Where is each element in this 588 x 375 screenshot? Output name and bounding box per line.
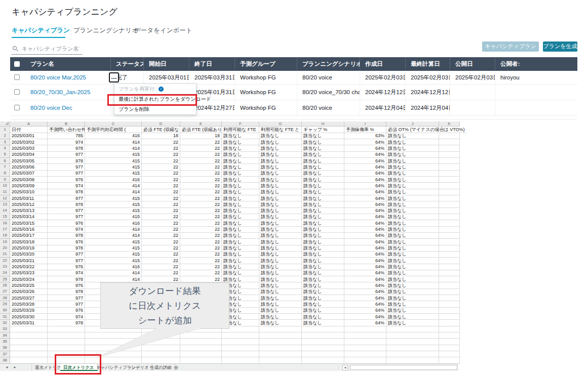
cell-r25cB[interactable]: 978 [48,276,85,283]
cell-r30cK[interactable] [439,307,460,314]
cell-r24cI[interactable]: 64% [344,270,386,276]
cell-r8cK[interactable] [439,170,460,177]
cell-r2cD[interactable]: 18 [142,133,180,139]
cell-r13cE[interactable]: 22 [180,201,222,208]
cell-r13cA[interactable]: 2025/03/12 [10,201,48,208]
cell-r37cJ[interactable] [386,351,439,358]
cell-r4cB[interactable]: 978 [48,145,85,152]
cell-r20cC[interactable]: 415 [85,245,142,252]
row-checkbox[interactable] [14,105,20,110]
cell-r3cA[interactable]: 2025/03/02 [10,139,48,146]
cell-r12cG[interactable]: 該当なし [259,195,302,202]
cell-r26cI[interactable]: 64% [344,282,386,289]
cell-r37cH[interactable] [302,351,344,358]
cell-r9cI[interactable]: 64% [344,177,386,183]
cell-r26cK[interactable] [439,282,460,289]
cell-r4cE[interactable]: 22 [180,145,222,152]
cell-r12cC[interactable]: 415 [85,195,142,202]
cell-r18cD[interactable]: 22 [142,232,180,239]
cell-r14cB[interactable]: 977 [48,207,85,214]
cell-r16cG[interactable]: 該当なし [259,220,302,227]
cell-r25cG[interactable]: 該当なし [259,276,302,283]
cell-r34cA[interactable] [10,332,48,339]
cell-r24cA[interactable]: 2025/03/23 [10,270,48,276]
cell-r5cA[interactable]: 2025/03/04 [10,151,48,158]
cell-r21cD[interactable]: 22 [142,251,180,258]
cell-r8cJ[interactable]: 該当なし [386,170,439,177]
cell-r19cJ[interactable]: 該当なし [386,239,439,245]
cell-r4cC[interactable]: 414 [85,145,142,152]
cell-r36cJ[interactable] [386,345,439,351]
cell-r22cB[interactable]: 977 [48,258,85,264]
cell-r19cI[interactable]: 64% [344,239,386,245]
cell-r19cH[interactable]: 該当なし [302,239,344,245]
cell-r14cA[interactable]: 2025/03/13 [10,207,48,214]
cell-r6cG[interactable]: 該当なし [259,158,302,164]
cell-r24cF[interactable]: 該当なし [222,270,259,276]
cell-r22cA[interactable]: 2025/03/21 [10,258,48,264]
cell-r21cF[interactable]: 該当なし [222,251,259,258]
cell-r24cD[interactable]: 22 [142,270,180,276]
cell-r7cC[interactable]: 415 [85,164,142,171]
tab-import-data[interactable]: データをインポート [134,26,192,35]
cell-r20cJ[interactable]: 該当なし [386,245,439,252]
cell-r34cI[interactable] [344,332,386,339]
cell-r7cK[interactable] [439,164,460,171]
cell-r20cA[interactable]: 2025/03/19 [10,245,48,252]
cell-r20cD[interactable]: 22 [142,245,180,252]
cell-r4cD[interactable]: 22 [142,145,180,152]
cell-r38cK[interactable] [439,357,460,364]
cell-r1cA[interactable]: 日付 [10,127,48,133]
cell-r1cJ[interactable]: 必須 OT% (マイナスの場合は VTO%) [386,127,466,133]
cell-r6cF[interactable]: 該当なし [222,158,259,164]
cell-r12cF[interactable]: 該当なし [222,195,259,202]
cell-r18cH[interactable]: 該当なし [302,232,344,239]
row-number-16[interactable]: 16 [0,220,10,227]
cell-r31cA[interactable]: 2025/03/30 [10,314,48,320]
cell-r34cK[interactable] [439,332,460,339]
cell-r14cC[interactable]: 415 [85,207,142,214]
cell-r22cD[interactable]: 22 [142,258,180,264]
cell-r2cK[interactable] [439,133,460,139]
cell-r25cA[interactable]: 2025/03/24 [10,276,48,283]
tab-planning-scenario[interactable]: プランニングシナリオ [73,26,138,35]
row-number-21[interactable]: 21 [0,251,10,258]
cell-r19cG[interactable]: 該当なし [259,239,302,245]
cell-r11cI[interactable]: 64% [344,189,386,195]
cell-r15cJ[interactable]: 該当なし [386,214,439,220]
cell-r29cG[interactable]: 該当なし [259,301,302,308]
cell-r27cH[interactable]: 該当なし [302,288,344,295]
search-input[interactable] [21,45,81,52]
cell-r16cK[interactable] [439,220,460,227]
column-letter-C[interactable]: C [85,121,142,127]
cell-r18cG[interactable]: 該当なし [259,232,302,239]
cell-r6cJ[interactable]: 該当なし [386,158,439,164]
cell-r15cH[interactable]: 該当なし [302,214,344,220]
cell-r21cC[interactable]: 415 [85,251,142,258]
cell-r17cC[interactable]: 414 [85,226,142,233]
cell-r32cI[interactable]: 64% [344,320,386,326]
cell-r21cE[interactable]: 22 [180,251,222,258]
cell-r2cG[interactable]: 該当なし [259,133,302,139]
cell-r2cI[interactable]: 63% [344,133,386,139]
cell-r30cB[interactable]: 976 [48,307,85,314]
cell-r16cD[interactable]: 22 [142,220,180,227]
cell-r19cD[interactable]: 22 [142,239,180,245]
cell-r4cJ[interactable]: 該当なし [386,145,439,152]
cell-r7cB[interactable]: 977 [48,164,85,171]
cell-r20cK[interactable] [439,245,460,252]
cell-r3cF[interactable]: 該当なし [222,139,259,146]
cell-r23cK[interactable] [439,264,460,270]
cell-r11cJ[interactable]: 該当なし [386,189,439,195]
cell-r7cJ[interactable]: 該当なし [386,164,439,171]
cell-r20cB[interactable]: 978 [48,245,85,252]
cell-r10cE[interactable]: 22 [180,183,222,189]
cell-r21cK[interactable] [439,251,460,258]
cell-r5cI[interactable]: 64% [344,151,386,158]
cell-r19cK[interactable] [439,239,460,245]
cell-r3cG[interactable]: 該当なし [259,139,302,146]
cell-r26cA[interactable]: 2025/03/25 [10,282,48,289]
cell-r14cF[interactable]: 該当なし [222,207,259,214]
select-all-checkbox[interactable] [14,61,20,67]
row-number-8[interactable]: 8 [0,170,10,177]
